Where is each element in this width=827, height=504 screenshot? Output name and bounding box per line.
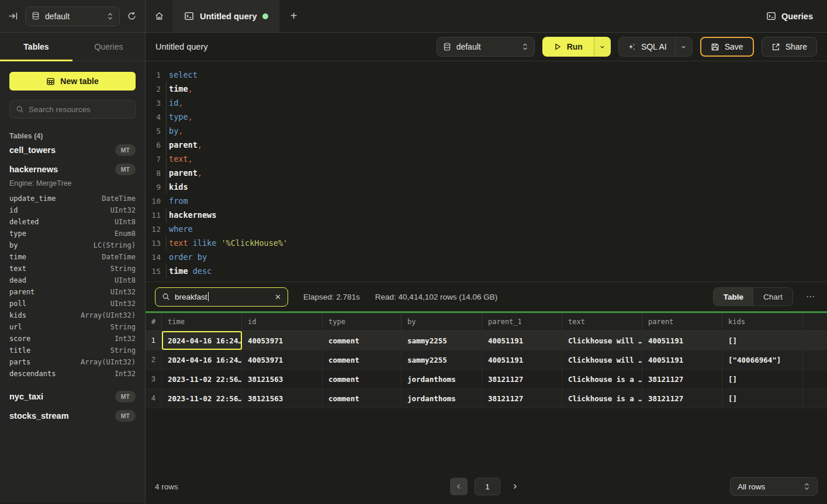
table-cell[interactable]: [] bbox=[722, 370, 803, 388]
row-number[interactable]: 2 bbox=[146, 350, 162, 369]
code-line-1[interactable]: 1select bbox=[146, 68, 827, 82]
new-table-button[interactable]: New table bbox=[9, 72, 136, 91]
table-cell[interactable]: sammy2255 bbox=[402, 331, 482, 350]
run-button[interactable]: Run bbox=[542, 37, 594, 57]
save-button[interactable]: Save bbox=[700, 37, 754, 57]
table-cell[interactable]: [] bbox=[722, 389, 803, 408]
column-header-text[interactable]: text bbox=[562, 313, 642, 331]
table-cell[interactable]: Clickhouse is a … bbox=[562, 389, 642, 408]
table-cell[interactable]: 38121563 bbox=[242, 370, 323, 388]
table-cell[interactable]: comment bbox=[323, 389, 402, 408]
table-cell[interactable]: 40051191 bbox=[482, 331, 562, 350]
next-page-button[interactable] bbox=[507, 483, 523, 490]
share-button[interactable]: Share bbox=[762, 37, 817, 57]
column-header-id[interactable]: id bbox=[242, 313, 323, 331]
code-line-10[interactable]: 10from bbox=[146, 194, 827, 208]
table-cell[interactable]: 38121127 bbox=[482, 389, 562, 408]
sidebar-search-input[interactable] bbox=[29, 105, 129, 114]
query-database-selector[interactable]: default bbox=[437, 37, 535, 57]
table-cell[interactable]: [] bbox=[722, 331, 803, 350]
run-options-button[interactable] bbox=[594, 37, 611, 57]
row-number[interactable]: 4 bbox=[146, 389, 162, 408]
code-line-8[interactable]: 8 parent, bbox=[146, 166, 827, 180]
sql-ai-options-button[interactable] bbox=[675, 37, 692, 56]
column-header-parent[interactable]: parent bbox=[642, 313, 722, 331]
table-cell[interactable]: 2024-04-16 16:24… bbox=[162, 350, 242, 369]
sidebar-table-item-nyc_taxi[interactable]: nyc_taxiMT bbox=[9, 387, 136, 406]
code-line-9[interactable]: 9 kids bbox=[146, 180, 827, 194]
table-cell[interactable]: 2023-11-02 22:56… bbox=[162, 370, 242, 388]
code-token: text bbox=[169, 154, 188, 164]
code-line-15[interactable]: 15 time desc bbox=[146, 264, 827, 278]
table-cell[interactable]: 38121563 bbox=[242, 389, 323, 408]
column-header-parent_1[interactable]: parent_1 bbox=[482, 313, 562, 331]
sql-ai-button[interactable]: SQL AI bbox=[619, 37, 675, 56]
table-cell[interactable]: comment bbox=[323, 331, 402, 350]
table-cell[interactable]: Clickhouse is a … bbox=[562, 370, 642, 388]
column-header-kids[interactable]: kids bbox=[722, 313, 803, 331]
collapse-sidebar-icon[interactable] bbox=[8, 11, 18, 21]
previous-page-button[interactable] bbox=[450, 478, 468, 495]
sidebar-tab-queries[interactable]: Queries bbox=[72, 33, 145, 61]
column-header-by[interactable]: by bbox=[402, 313, 482, 331]
table-cell[interactable]: 40051191 bbox=[482, 350, 562, 369]
table-cell[interactable]: 38121127 bbox=[482, 370, 562, 388]
tab-untitled-query[interactable]: Untitled query bbox=[174, 0, 279, 32]
sparkles-icon bbox=[627, 43, 636, 51]
code-token: where bbox=[169, 224, 193, 234]
column-header-time[interactable]: time bbox=[162, 313, 242, 331]
results-search[interactable]: breakfast ✕ bbox=[155, 287, 288, 307]
table-cell[interactable]: 38121127 bbox=[642, 370, 722, 388]
code-line-5[interactable]: 5 by, bbox=[146, 124, 827, 138]
code-line-12[interactable]: 12where bbox=[146, 222, 827, 236]
view-toggle-table[interactable]: Table bbox=[714, 288, 753, 305]
column-name: title bbox=[9, 346, 30, 354]
row-number[interactable]: 3 bbox=[146, 370, 162, 388]
code-line-7[interactable]: 7 text, bbox=[146, 152, 827, 166]
code-line-4[interactable]: 4 type, bbox=[146, 110, 827, 124]
code-line-3[interactable]: 3 id, bbox=[146, 96, 827, 110]
code-line-11[interactable]: 11 hackernews bbox=[146, 208, 827, 222]
column-row: partsArray(UInt32) bbox=[9, 356, 136, 368]
more-options-icon[interactable]: ⋯ bbox=[804, 291, 818, 302]
database-selector[interactable]: default bbox=[25, 6, 120, 26]
table-cell[interactable]: 40051191 bbox=[642, 350, 722, 369]
table-cell[interactable]: comment bbox=[323, 370, 402, 388]
sidebar-table-item-stocks_stream[interactable]: stocks_streamMT bbox=[9, 406, 136, 425]
view-toggle-chart[interactable]: Chart bbox=[753, 288, 793, 305]
table-cell[interactable]: 2024-04-16 16:24… bbox=[162, 331, 242, 350]
column-header-type[interactable]: type bbox=[323, 313, 402, 331]
code-line-13[interactable]: 13 text ilike '%ClickHouse%' bbox=[146, 236, 827, 250]
current-page-button[interactable]: 1 bbox=[475, 478, 500, 495]
table-cell[interactable]: jordanthoms bbox=[402, 370, 482, 388]
clear-search-icon[interactable]: ✕ bbox=[275, 293, 281, 301]
sidebar-tabs: Tables Queries bbox=[0, 33, 145, 61]
table-cell[interactable]: sammy2255 bbox=[402, 350, 482, 369]
sidebar-table-item-cell_towers[interactable]: cell_towersMT bbox=[9, 140, 136, 159]
table-cell[interactable]: 40053971 bbox=[242, 331, 323, 350]
code-line-6[interactable]: 6 parent, bbox=[146, 138, 827, 152]
table-cell[interactable]: comment bbox=[323, 350, 402, 369]
code-line-2[interactable]: 2 time, bbox=[146, 82, 827, 96]
tab-home[interactable] bbox=[146, 0, 174, 32]
page-size-selector[interactable]: All rows bbox=[730, 477, 818, 496]
queries-button[interactable]: Queries bbox=[752, 0, 827, 32]
table-cell[interactable]: Clickhouse will … bbox=[562, 350, 642, 369]
refresh-icon[interactable] bbox=[127, 11, 137, 21]
table-cell[interactable]: Clickhouse will … bbox=[562, 331, 642, 350]
table-cell[interactable]: 40051191 bbox=[642, 331, 722, 350]
sidebar-tab-tables[interactable]: Tables bbox=[0, 33, 72, 61]
column-header-index[interactable]: # bbox=[146, 313, 162, 331]
table-cell[interactable]: jordanthoms bbox=[402, 389, 482, 408]
table-cell[interactable]: 2023-11-02 22:56… bbox=[162, 389, 242, 408]
code-line-14[interactable]: 14order by bbox=[146, 250, 827, 264]
table-cell[interactable]: 40053971 bbox=[242, 350, 323, 369]
row-number[interactable]: 1 bbox=[146, 331, 162, 350]
sidebar-search[interactable] bbox=[9, 100, 136, 119]
table-row-2: 22024-04-16 16:24…40053971commentsammy22… bbox=[146, 350, 827, 370]
table-cell[interactable]: 38121127 bbox=[642, 389, 722, 408]
new-tab-button[interactable]: + bbox=[279, 0, 307, 32]
table-cell[interactable]: ["40066964"] bbox=[722, 350, 803, 369]
sql-editor[interactable]: 1select2 time,3 id,4 type,5 by,6 parent,… bbox=[146, 61, 827, 281]
sidebar-table-item-hackernews[interactable]: hackernewsMT bbox=[9, 159, 136, 179]
